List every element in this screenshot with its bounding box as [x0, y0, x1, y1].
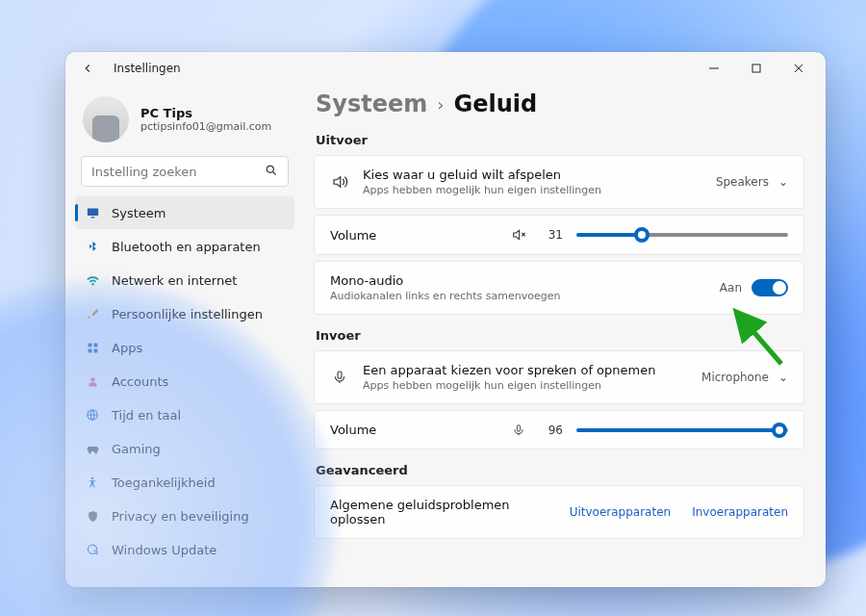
- sidebar-item-label: Persoonlijke instellingen: [112, 307, 263, 321]
- microphone-icon[interactable]: [509, 424, 528, 437]
- sidebar-item-update[interactable]: Windows Update: [75, 533, 294, 566]
- mono-state-label: Aan: [720, 281, 742, 295]
- bluetooth-icon: [85, 239, 100, 254]
- section-heading-advanced: Geavanceerd: [316, 463, 804, 477]
- profile[interactable]: PC Tips pctipsinfo01@gmail.com: [75, 90, 294, 156]
- mono-toggle[interactable]: [751, 279, 788, 296]
- output-volume-value: 31: [542, 228, 563, 242]
- profile-email: pctipsinfo01@gmail.com: [140, 120, 271, 133]
- section-heading-input: Invoer: [316, 328, 804, 343]
- access-icon: [85, 475, 100, 490]
- minimize-button[interactable]: [693, 54, 735, 83]
- breadcrumb-current: Geluid: [453, 90, 537, 117]
- sidebar-item-label: Accounts: [112, 374, 168, 389]
- input-device-title: Een apparaat kiezen voor spreken of opne…: [363, 363, 688, 377]
- input-volume-slider[interactable]: [576, 428, 788, 432]
- output-volume-row: Volume 31: [314, 215, 804, 255]
- svg-rect-0: [752, 64, 760, 72]
- sidebar-item-accounts[interactable]: Accounts: [75, 365, 294, 398]
- breadcrumb-parent[interactable]: Systeem: [316, 90, 427, 117]
- troubleshoot-input-link[interactable]: Invoerapparaten: [692, 505, 788, 519]
- sidebar-item-label: Privacy en beveiliging: [112, 509, 249, 524]
- back-button[interactable]: [79, 62, 96, 75]
- sidebar-item-personal[interactable]: Persoonlijke instellingen: [75, 297, 294, 330]
- chevron-down-icon: ⌄: [778, 175, 788, 189]
- troubleshoot-title: Algemene geluidsproblemen oplossen: [330, 498, 556, 526]
- profile-name: PC Tips: [140, 106, 271, 120]
- input-device-subtitle: Apps hebben mogelijk hun eigen instellin…: [363, 379, 688, 392]
- sidebar-item-time[interactable]: Tijd en taal: [75, 398, 294, 431]
- search-box[interactable]: [81, 156, 289, 187]
- shield-icon: [85, 508, 100, 524]
- close-button[interactable]: [777, 54, 820, 83]
- maximize-button[interactable]: [735, 54, 777, 83]
- mono-audio-row: Mono-audio Audiokanalen links en rechts …: [314, 261, 804, 315]
- troubleshoot-output-link[interactable]: Uitvoerapparaten: [570, 505, 672, 519]
- input-volume-row: Volume 96: [314, 410, 804, 449]
- sidebar: PC Tips pctipsinfo01@gmail.com SysteemBl…: [65, 85, 304, 587]
- sidebar-item-label: Windows Update: [112, 543, 216, 557]
- output-device-value: Speakers: [716, 175, 769, 189]
- troubleshoot-row: Algemene geluidsproblemen oplossen Uitvo…: [314, 485, 804, 539]
- sidebar-item-label: Systeem: [112, 206, 166, 220]
- person-icon: [85, 373, 100, 389]
- sidebar-item-label: Netwerk en internet: [112, 273, 237, 288]
- search-icon: [265, 163, 278, 181]
- globe-icon: [85, 407, 100, 423]
- game-icon: [85, 441, 100, 456]
- search-input[interactable]: [91, 165, 265, 179]
- sidebar-item-label: Toegankelijkheid: [112, 475, 216, 490]
- sidebar-item-system[interactable]: Systeem: [75, 196, 294, 229]
- input-device-value: Microphone: [701, 371, 769, 384]
- sidebar-item-network[interactable]: Netwerk en internet: [75, 264, 294, 296]
- sidebar-item-bluetooth[interactable]: Bluetooth en apparaten: [75, 230, 294, 263]
- sidebar-item-privacy[interactable]: Privacy en beveiliging: [75, 500, 294, 532]
- sidebar-item-apps[interactable]: Apps: [75, 331, 294, 364]
- sidebar-item-label: Gaming: [112, 442, 161, 456]
- main-panel: Systeem › Geluid Uitvoer Kies waar u gel…: [304, 85, 826, 587]
- display-icon: [85, 205, 100, 220]
- svg-point-1: [267, 166, 273, 172]
- svg-rect-2: [87, 208, 97, 216]
- output-device-title: Kies waar u geluid wilt afspelen: [363, 167, 702, 182]
- output-volume-slider[interactable]: [576, 233, 788, 237]
- microphone-icon: [330, 370, 349, 385]
- svg-rect-3: [90, 217, 94, 218]
- svg-rect-7: [93, 348, 97, 352]
- input-volume-value: 96: [542, 424, 563, 437]
- window-title: Instellingen: [114, 62, 693, 75]
- sidebar-item-access[interactable]: Toegankelijkheid: [75, 466, 294, 499]
- settings-window: Instellingen PC Tips pctipsinfo01@gmail.…: [65, 52, 826, 587]
- input-device-row[interactable]: Een apparaat kiezen voor spreken of opne…: [314, 350, 804, 404]
- sidebar-item-label: Tijd en taal: [112, 408, 181, 423]
- sidebar-item-gaming[interactable]: Gaming: [75, 432, 294, 465]
- titlebar: Instellingen: [65, 52, 826, 85]
- brush-icon: [85, 306, 100, 321]
- svg-rect-4: [88, 343, 91, 346]
- wifi-icon: [85, 272, 100, 288]
- sidebar-item-label: Apps: [112, 341, 142, 355]
- svg-rect-6: [88, 348, 91, 352]
- svg-point-9: [88, 410, 98, 421]
- output-device-subtitle: Apps hebben mogelijk hun eigen instellin…: [363, 184, 702, 196]
- svg-point-10: [91, 477, 93, 479]
- sync-icon: [85, 542, 100, 557]
- chevron-right-icon: ›: [437, 94, 444, 115]
- output-volume-label: Volume: [330, 228, 496, 243]
- mono-title: Mono-audio: [330, 273, 706, 288]
- input-volume-label: Volume: [330, 423, 496, 437]
- avatar: [83, 96, 129, 142]
- nav: SysteemBluetooth en apparatenNetwerk en …: [75, 196, 294, 566]
- mute-icon[interactable]: [509, 227, 528, 243]
- section-heading-output: Uitvoer: [316, 133, 804, 147]
- output-device-row[interactable]: Kies waar u geluid wilt afspelen Apps he…: [314, 155, 804, 209]
- sidebar-item-label: Bluetooth en apparaten: [112, 240, 261, 254]
- breadcrumb: Systeem › Geluid: [314, 87, 804, 131]
- chevron-down-icon: ⌄: [778, 371, 788, 384]
- svg-point-8: [90, 377, 94, 381]
- speaker-icon: [330, 173, 349, 191]
- mono-subtitle: Audiokanalen links en rechts samenvoegen: [330, 290, 706, 302]
- svg-rect-12: [517, 424, 521, 430]
- svg-rect-11: [338, 372, 342, 378]
- apps-icon: [85, 340, 100, 355]
